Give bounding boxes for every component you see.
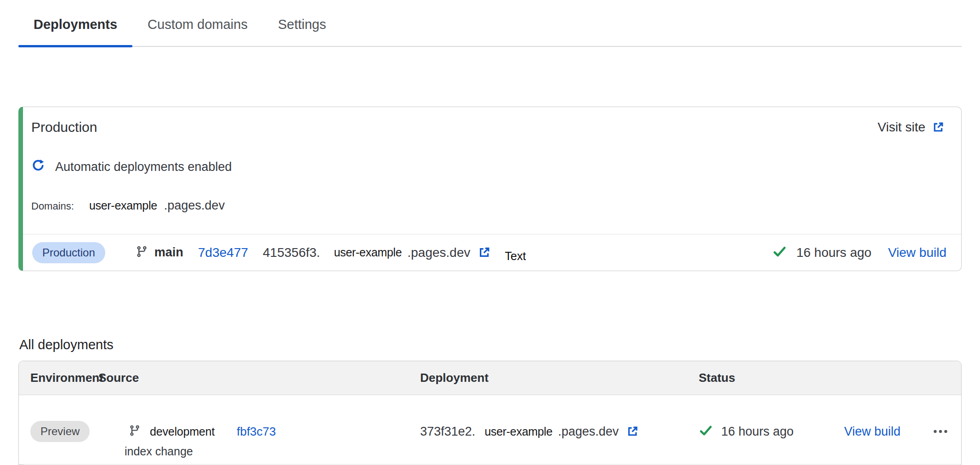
check-icon <box>772 244 787 261</box>
environment-badge-production: Production <box>32 242 105 263</box>
visit-site-link[interactable]: Visit site <box>877 120 945 135</box>
column-header-deployment: Deployment <box>420 371 699 385</box>
all-deployments-title: All deployments <box>19 337 980 352</box>
tab-bar: Deployments Custom domains Settings <box>18 0 962 47</box>
environment-badge-preview: Preview <box>30 421 90 442</box>
external-link-icon <box>932 121 945 134</box>
deployment-time: 16 hours ago <box>721 425 794 439</box>
tab-settings[interactable]: Settings <box>263 17 342 46</box>
deployment-domain-suffix: .pages.dev <box>558 425 619 439</box>
column-header-source: Source <box>98 371 420 385</box>
branch-name: development <box>150 425 215 438</box>
column-header-status: Status <box>699 371 961 385</box>
production-domain-suffix: .pages.dev <box>164 198 225 213</box>
commit-hash-link[interactable]: fbf3c73 <box>237 425 276 439</box>
table-header-row: Environment Source Deployment Status <box>19 361 961 395</box>
check-icon <box>699 424 713 440</box>
domains-label: Domains: <box>31 200 74 212</box>
deployment-domain: user-example <box>334 246 402 259</box>
production-domain-name: user-example <box>89 199 157 212</box>
refresh-icon <box>31 159 45 176</box>
deployment-domain: user-example <box>484 425 553 438</box>
deployment-id: 415356f3. <box>263 245 320 260</box>
commit-message: Text <box>505 250 526 263</box>
deployment-time: 16 hours ago <box>796 245 871 260</box>
all-deployments-table: Environment Source Deployment Status Pre… <box>18 361 962 465</box>
deployment-id: 373f31e2. <box>420 425 475 439</box>
external-link-icon[interactable] <box>626 425 639 438</box>
production-card: Production Visit site Automat <box>18 107 962 271</box>
view-build-link[interactable]: View build <box>888 245 946 260</box>
commit-hash-link[interactable]: 7d3e477 <box>198 245 248 260</box>
auto-deploy-text: Automatic deployments enabled <box>55 160 232 174</box>
tab-custom-domains[interactable]: Custom domains <box>132 17 263 46</box>
view-build-link[interactable]: View build <box>844 425 900 439</box>
table-row: Preview development fbf3c73 index change… <box>19 395 961 465</box>
git-branch-icon <box>129 425 141 438</box>
commit-message: index change <box>125 444 420 459</box>
deployment-domain-suffix: .pages.dev <box>407 245 470 260</box>
tab-deployments[interactable]: Deployments <box>18 17 132 46</box>
git-branch-icon <box>136 245 148 260</box>
production-card-title: Production <box>31 119 97 136</box>
production-deployment-row: Production main 7d3e477 415356f3. user-e… <box>23 234 961 271</box>
column-header-environment: Environment <box>30 371 98 385</box>
ellipsis-icon[interactable] <box>933 424 948 439</box>
branch-name: main <box>154 245 183 260</box>
external-link-icon[interactable] <box>478 246 491 259</box>
visit-site-label: Visit site <box>877 120 925 135</box>
